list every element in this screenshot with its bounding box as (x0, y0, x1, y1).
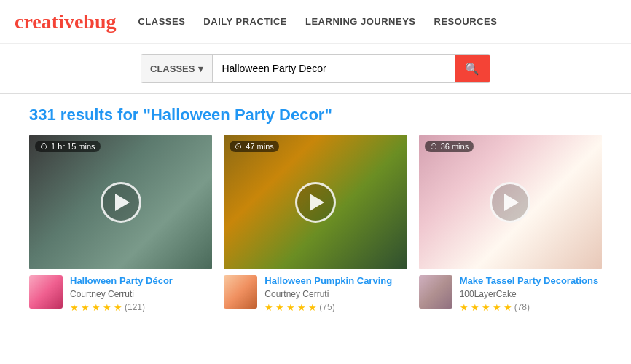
star-icon: ★ (286, 302, 295, 313)
search-wrapper: CLASSES ▾ 🔍 (141, 54, 490, 83)
nav-item-learning-journeys[interactable]: LEARNING JOURNEYS (305, 16, 416, 27)
results-prefix: results for (60, 106, 144, 124)
card-3-author[interactable]: 100LayerCake (460, 289, 602, 299)
card-2-review-count: (75) (319, 302, 334, 312)
card-1-avatar (29, 275, 63, 309)
clock-icon: ⏲ (235, 142, 243, 151)
card-1[interactable]: ⏲ 1 hr 15 mins Halloween Party Décor Cou… (29, 135, 212, 313)
star-icon: ★ (503, 302, 512, 313)
card-1-info: Halloween Party Décor Courtney Cerruti ★… (29, 275, 212, 313)
cards-grid: ⏲ 1 hr 15 mins Halloween Party Décor Cou… (29, 135, 602, 313)
search-bar: CLASSES ▾ 🔍 (0, 44, 631, 94)
star-icon: ★ (275, 302, 284, 313)
card-2-title[interactable]: Halloween Pumpkin Carving (264, 275, 407, 288)
star-icon: ★ (308, 302, 317, 313)
logo-text: creativebug (15, 10, 116, 33)
card-1-review-count: (121) (125, 302, 145, 312)
clock-icon: ⏲ (40, 142, 48, 151)
header: creativebug CLASSES DAILY PRACTICE LEARN… (0, 0, 631, 44)
card-1-text: Halloween Party Décor Courtney Cerruti ★… (70, 275, 212, 313)
card-3-avatar (419, 275, 452, 309)
card-1-thumbnail[interactable]: ⏲ 1 hr 15 mins (29, 135, 212, 269)
chevron-down-icon: ▾ (198, 63, 203, 74)
logo[interactable]: creativebug (15, 10, 116, 33)
card-2-avatar (224, 275, 257, 309)
star-icon: ★ (70, 302, 79, 313)
star-icon: ★ (460, 302, 469, 313)
card-2-duration: ⏲ 47 mins (230, 141, 279, 152)
card-2-author[interactable]: Courtney Cerruti (264, 289, 407, 299)
results-section: 331 results for "Halloween Party Decor" … (0, 94, 631, 320)
card-3-text: Make Tassel Party Decorations 100LayerCa… (460, 275, 602, 313)
star-icon: ★ (103, 302, 111, 313)
card-2-info: Halloween Pumpkin Carving Courtney Cerru… (224, 275, 407, 313)
card-3[interactable]: ⏲ 36 mins Make Tassel Party Decorations … (419, 135, 602, 313)
card-3-play-button[interactable] (490, 182, 530, 223)
star-icon: ★ (493, 302, 501, 313)
play-icon (310, 194, 324, 211)
search-button[interactable]: 🔍 (455, 55, 490, 82)
star-icon: ★ (471, 302, 479, 313)
card-3-info: Make Tassel Party Decorations 100LayerCa… (419, 275, 602, 313)
star-icon: ★ (264, 302, 273, 313)
card-2-text: Halloween Pumpkin Carving Courtney Cerru… (264, 275, 407, 313)
card-1-play-button[interactable] (101, 182, 141, 223)
results-query: "Halloween Party Decor" (144, 106, 332, 124)
card-2-thumbnail[interactable]: ⏲ 47 mins (224, 135, 407, 269)
play-icon (115, 194, 130, 211)
star-icon: ★ (114, 302, 122, 313)
card-1-rating: ★ ★ ★ ★ ★ (121) (70, 302, 212, 313)
search-input[interactable] (213, 55, 455, 82)
main-nav: CLASSES DAILY PRACTICE LEARNING JOURNEYS… (138, 16, 497, 27)
star-icon: ★ (92, 302, 101, 313)
nav-item-daily-practice[interactable]: DAILY PRACTICE (203, 16, 287, 27)
results-count: 331 (29, 106, 56, 124)
card-1-title[interactable]: Halloween Party Décor (70, 275, 212, 288)
card-2-play-button[interactable] (295, 182, 336, 223)
results-title: 331 results for "Halloween Party Decor" (29, 106, 602, 124)
nav-item-classes[interactable]: CLASSES (138, 16, 185, 27)
card-3-rating: ★ ★ ★ ★ ★ (78) (460, 302, 602, 313)
nav-item-resources[interactable]: RESOURCES (434, 16, 498, 27)
clock-icon: ⏲ (430, 142, 438, 151)
card-1-author[interactable]: Courtney Cerruti (70, 289, 212, 299)
star-icon: ★ (81, 302, 90, 313)
card-3-duration: ⏲ 36 mins (425, 141, 474, 152)
card-3-review-count: (78) (514, 302, 530, 312)
card-2-rating: ★ ★ ★ ★ ★ (75) (264, 302, 407, 313)
card-3-title[interactable]: Make Tassel Party Decorations (460, 275, 602, 288)
search-category-dropdown[interactable]: CLASSES ▾ (141, 55, 213, 82)
star-icon: ★ (482, 302, 490, 313)
search-icon: 🔍 (465, 63, 479, 75)
search-category-label: CLASSES (150, 63, 195, 74)
card-2[interactable]: ⏲ 47 mins Halloween Pumpkin Carving Cour… (224, 135, 407, 313)
play-icon (504, 194, 519, 211)
card-3-thumbnail[interactable]: ⏲ 36 mins (419, 135, 602, 269)
card-1-duration: ⏲ 1 hr 15 mins (35, 141, 101, 152)
star-icon: ★ (297, 302, 306, 313)
